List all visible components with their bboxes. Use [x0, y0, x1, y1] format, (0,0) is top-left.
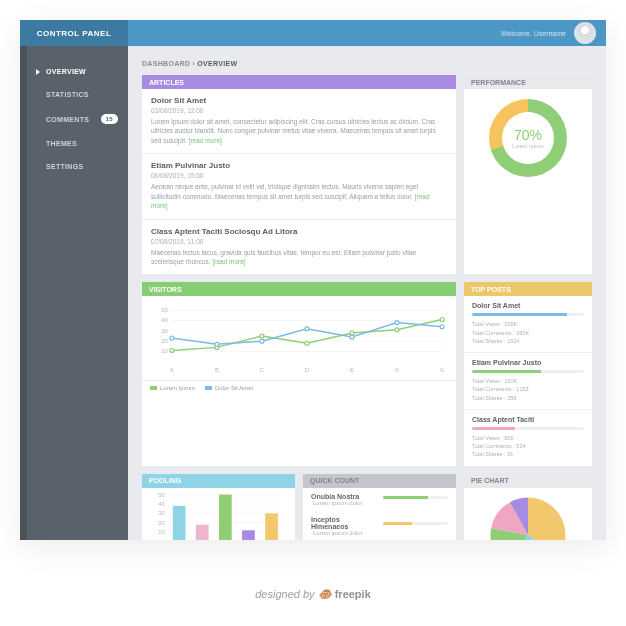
sidebar-ridge: [20, 46, 27, 540]
pooling-chart-area: 1020304050ABCDE: [142, 488, 295, 540]
svg-text:10: 10: [161, 349, 168, 355]
svg-point-22: [395, 321, 399, 325]
svg-text:F: F: [395, 367, 399, 373]
article-title: Class Aptent Taciti Sociosqu Ad Litora: [151, 227, 447, 236]
top-post-item[interactable]: Dolor Sit AmetTotal Views : 156KTotal Co…: [464, 296, 592, 353]
chevron-right-icon: [36, 69, 40, 75]
brand-title: CONTROL PANEL: [20, 20, 128, 46]
svg-point-17: [170, 336, 174, 340]
legend-item: Dolor Sit Amet: [205, 385, 253, 391]
quick-count-item: Inceptos HimenaeosLorem ipsum dolor: [303, 511, 456, 540]
performance-body: 70% Lorem ipsum: [464, 89, 592, 187]
footer-credit: designed by 🐵 freepik: [0, 588, 626, 601]
svg-point-16: [440, 318, 444, 322]
svg-text:D: D: [305, 367, 310, 373]
svg-text:50: 50: [158, 492, 165, 498]
articles-header: ARTICLES: [142, 75, 456, 89]
top-posts-header: TOP POSTS: [464, 282, 592, 296]
svg-text:40: 40: [161, 318, 168, 324]
qc-sub: Lorem ipsum dolor: [313, 530, 377, 536]
avatar[interactable]: [574, 22, 596, 44]
read-more-link[interactable]: [read more]: [151, 193, 430, 209]
visitors-legend: Lorem IpsumDolor Sit Amet: [142, 380, 456, 395]
performance-donut-chart: 70% Lorem ipsum: [489, 99, 567, 177]
svg-text:A: A: [170, 367, 174, 373]
pooling-bar-chart: 1020304050ABCDE: [150, 492, 287, 540]
svg-text:40: 40: [158, 501, 165, 507]
svg-point-18: [215, 343, 219, 347]
performance-sublabel: Lorem ipsum: [512, 143, 544, 149]
nav-badge: 15: [101, 114, 118, 124]
svg-text:10: 10: [158, 529, 165, 535]
svg-point-20: [305, 327, 309, 331]
article-title: Dolor Sit Amet: [151, 96, 447, 105]
visitors-chart-area: 1020304050ABCDEFG: [142, 296, 456, 380]
svg-point-15: [395, 328, 399, 332]
performance-percent: 70%: [514, 127, 542, 143]
crumb-root[interactable]: DASHBOARD: [142, 60, 190, 67]
article-body: Maecenas lectus lacus, gravida quis fauc…: [151, 248, 447, 267]
app-window: CONTROL PANEL Welcome. Username OVERVIEW…: [20, 20, 606, 540]
qc-title: Onubia Nostra: [311, 493, 377, 500]
nav-label: SETTINGS: [46, 163, 83, 170]
svg-text:30: 30: [158, 510, 165, 516]
svg-point-23: [440, 325, 444, 329]
top-post-stats: Total Views : 156KTotal Comments : 365KT…: [472, 320, 584, 345]
top-posts-card: TOP POSTS Dolor Sit AmetTotal Views : 15…: [464, 282, 592, 465]
performance-card: PERFORMANCE 70% Lorem ipsum: [464, 75, 592, 274]
article-date: 06/08/2019, 15:00: [151, 172, 447, 179]
pie-chart-body: [464, 488, 592, 540]
article-date: 03/08/2019, 12:00: [151, 107, 447, 114]
svg-point-21: [350, 335, 354, 339]
svg-text:B: B: [215, 367, 219, 373]
articles-card: ARTICLES Dolor Sit Amet03/08/2019, 12:00…: [142, 75, 456, 274]
article-item[interactable]: Dolor Sit Amet03/08/2019, 12:00Lorem ips…: [142, 89, 456, 154]
sidebar-item-comments[interactable]: COMMENTS15: [20, 106, 128, 132]
quick-count-item: Onubia NostraLorem ipsum dolor: [303, 488, 456, 511]
visitors-header: VISITORS: [142, 282, 456, 296]
performance-header: PERFORMANCE: [464, 75, 592, 89]
svg-point-12: [260, 334, 264, 338]
svg-point-13: [305, 342, 309, 346]
svg-rect-45: [219, 494, 232, 540]
svg-point-14: [350, 331, 354, 335]
article-title: Etiam Pulvinar Justo: [151, 161, 447, 170]
top-post-stats: Total Views : 100KTotal Comments : 1153T…: [472, 377, 584, 402]
pie-chart: [489, 496, 567, 540]
svg-rect-41: [173, 505, 186, 540]
read-more-link[interactable]: [read more]: [212, 258, 245, 265]
nav-label: COMMENTS: [46, 116, 89, 123]
top-post-item[interactable]: Etiam Pulvinar JustoTotal Views : 100KTo…: [464, 353, 592, 410]
nav-label: STATISTICS: [46, 91, 89, 98]
sidebar: OVERVIEWSTATISTICSCOMMENTS15THEMESSETTIN…: [20, 46, 128, 540]
sidebar-item-statistics[interactable]: STATISTICS: [20, 83, 128, 106]
top-post-stats: Total Views : 85KTotal Comments : 524Tot…: [472, 434, 584, 459]
sidebar-item-overview[interactable]: OVERVIEW: [20, 60, 128, 83]
svg-text:50: 50: [161, 308, 168, 314]
top-post-bar: [472, 427, 584, 430]
read-more-link[interactable]: [read more]: [189, 137, 222, 144]
pie-chart-header: PIE CHART: [464, 474, 592, 488]
article-item[interactable]: Class Aptent Taciti Sociosqu Ad Litora07…: [142, 220, 456, 275]
top-post-title: Dolor Sit Amet: [472, 302, 584, 309]
pooling-card: POOLING 1020304050ABCDE Pellentesque Con…: [142, 474, 295, 540]
main-content: DASHBOARD › OVERVIEW ARTICLES Dolor Sit …: [128, 46, 606, 540]
svg-text:30: 30: [161, 328, 168, 334]
qc-sub: Lorem ipsum dolor: [313, 500, 377, 506]
svg-rect-49: [265, 513, 278, 540]
visitors-line-chart: 1020304050ABCDEFG: [150, 304, 448, 374]
article-item[interactable]: Etiam Pulvinar Justo06/08/2019, 15:00Aen…: [142, 154, 456, 219]
sidebar-item-settings[interactable]: SETTINGS: [20, 155, 128, 178]
top-post-bar: [472, 370, 584, 373]
svg-point-19: [260, 340, 264, 344]
top-post-title: Class Aptent Taciti: [472, 416, 584, 423]
sidebar-item-themes[interactable]: THEMES: [20, 132, 128, 155]
top-post-bar: [472, 313, 584, 316]
top-post-item[interactable]: Class Aptent TacitiTotal Views : 85KTota…: [464, 410, 592, 466]
qc-bar: [383, 496, 449, 499]
qc-title: Inceptos Himenaeos: [311, 516, 377, 530]
svg-text:20: 20: [158, 519, 165, 525]
legend-item: Lorem Ipsum: [150, 385, 195, 391]
welcome-text: Welcome. Username: [501, 30, 566, 37]
article-date: 07/08/2019, 11:00: [151, 238, 447, 245]
